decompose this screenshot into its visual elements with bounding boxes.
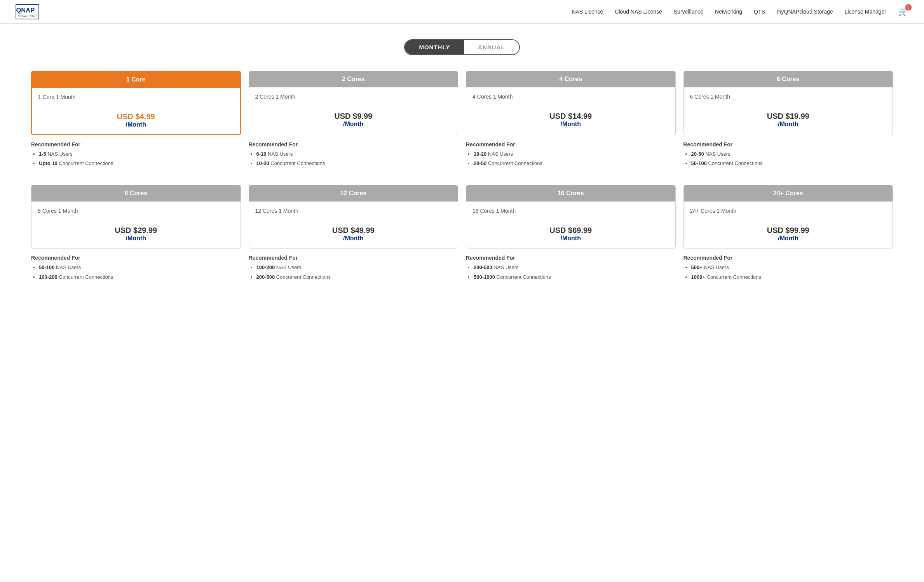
rec-24cores-title: Recommended For [683,255,893,261]
svg-text:Software Store: Software Store [18,14,37,18]
row1-cards-grid: 1 Core 1 Core 1 Month USD $4.99 /Month 2… [31,71,893,135]
rec-24cores-nas-label: 500+ [691,264,703,270]
rec-12cores-conn: 200-500 Concurrent Connections [256,274,459,281]
card-1core[interactable]: 1 Core 1 Core 1 Month USD $4.99 /Month [31,71,241,135]
rec-1core-list: 1-5 NAS Users Upto 10 Concurrent Connect… [31,151,241,167]
rec-8cores-conn-text: Concurrent Connections [58,274,113,280]
card-16cores-body: 16 Cores 1 Month USD $69.99 /Month [466,202,675,248]
logo-svg: QNAP Software Store [16,4,39,19]
card-8cores[interactable]: 8 Cores 8 Cores 1 Month USD $29.99 /Mont… [31,185,241,248]
rec-24cores-nas-text: NAS Users [703,264,729,270]
rec-6cores-nas-text: NAS Users [704,151,730,157]
card-24cores[interactable]: 24+ Cores 24+ Cores 1 Month USD $99.99 /… [683,185,893,248]
toggle-group: MONTHLY ANNUAL [404,39,520,55]
rec-12cores-list: 100-200 NAS Users 200-500 Concurrent Con… [249,264,459,280]
nav-link-license-manager[interactable]: License Manager [845,9,886,15]
nav-link-qts[interactable]: QTS [754,9,765,15]
rec-6cores-title: Recommended For [683,141,893,148]
rec-12cores-conn-label: 200-500 [256,274,275,280]
rec-16cores-list: 200-500 NAS Users 500-1000 Concurrent Co… [466,264,676,280]
card-8cores-month: /Month [38,235,234,242]
navbar: QNAP Software Store NAS License Cloud NA… [0,0,924,24]
card-12cores[interactable]: 12 Cores 12 Cores 1 Month USD $49.99 /Mo… [249,185,459,248]
card-24cores-header: 24+ Cores [684,185,893,202]
card-16cores[interactable]: 16 Cores 16 Cores 1 Month USD $69.99 /Mo… [466,185,676,248]
card-6cores-header: 6 Cores [684,71,893,87]
billing-toggle: MONTHLY ANNUAL [31,39,893,55]
card-4cores[interactable]: 4 Cores 4 Cores 1 Month USD $14.99 /Mont… [466,71,676,135]
card-8cores-price: USD $29.99 [38,226,234,235]
row2-cards-grid: 8 Cores 8 Cores 1 Month USD $29.99 /Mont… [31,185,893,248]
rec-24cores: Recommended For 500+ NAS Users 1000+ Con… [683,255,893,283]
rec-2cores-nas: 6-10 NAS Users [256,151,459,158]
rec-8cores-nas-label: 50-100 [39,264,54,270]
nav-link-cloud-nas[interactable]: Cloud NAS License [615,9,662,15]
nav-link-myqnap[interactable]: myQNAPcloud Storage [777,9,833,15]
rec-2cores-nas-label: 6-10 [256,151,267,157]
rec-12cores: Recommended For 100-200 NAS Users 200-50… [249,255,459,283]
rec-6cores: Recommended For 20-50 NAS Users 50-100 C… [683,141,893,169]
card-24cores-title: 24+ Cores 1 Month [690,208,887,214]
card-16cores-month: /Month [472,235,669,242]
rec-2cores-conn-label: 10-20 [256,160,269,166]
rec-16cores-nas-text: NAS Users [492,264,519,270]
card-16cores-price: USD $69.99 [472,226,669,235]
card-4cores-title: 4 Cores 1 Month [472,94,669,100]
card-2cores-price-wrap: USD $9.99 /Month [255,112,452,128]
rec-6cores-nas-label: 20-50 [691,151,704,157]
card-16cores-price-wrap: USD $69.99 /Month [472,226,669,242]
card-4cores-body: 4 Cores 1 Month USD $14.99 /Month [466,87,675,134]
card-6cores-body: 6 Cores 1 Month USD $19.99 /Month [684,87,893,134]
row2-rec-grid: Recommended For 50-100 NAS Users 100-200… [31,255,893,283]
card-12cores-body: 12 Cores 1 Month USD $49.99 /Month [249,202,458,248]
monthly-toggle[interactable]: MONTHLY [405,40,464,54]
rec-4cores-conn-text: Concurrent Connections [486,160,542,166]
rec-16cores-conn-label: 500-1000 [474,274,495,280]
rec-24cores-list: 500+ NAS Users 1000+ Concurrent Connecti… [683,264,893,280]
rec-24cores-nas: 500+ NAS Users [691,264,893,271]
rec-8cores-nas: 50-100 NAS Users [39,264,241,271]
nav-link-nas-license[interactable]: NAS License [572,9,603,15]
annual-toggle[interactable]: ANNUAL [464,40,519,54]
row1-rec-grid: Recommended For 1-5 NAS Users Upto 10 Co… [31,141,893,169]
card-1core-price-wrap: USD $4.99 /Month [38,112,234,128]
rec-4cores-nas: 10-20 NAS Users [474,151,676,158]
card-6cores-price-wrap: USD $19.99 /Month [690,112,887,128]
rec-6cores-list: 20-50 NAS Users 50-100 Concurrent Connec… [683,151,893,167]
rec-2cores-conn: 10-20 Concurrent Connections [256,160,459,167]
card-4cores-price: USD $14.99 [472,112,669,121]
card-4cores-price-wrap: USD $14.99 /Month [472,112,669,128]
card-2cores-title: 2 Cores 1 Month [255,94,452,100]
card-1core-body: 1 Core 1 Month USD $4.99 /Month [32,88,240,134]
rec-4cores-conn: 20-50 Concurrent Connections [474,160,676,167]
cart-button[interactable]: 🛒 0 [898,7,908,17]
rec-8cores-title: Recommended For [31,255,241,261]
nav-link-surveillance[interactable]: Surveillance [674,9,703,15]
card-1core-header: 1 Core [32,71,240,88]
rec-6cores-conn: 50-100 Concurrent Connections [691,160,893,167]
card-2cores[interactable]: 2 Cores 2 Cores 1 Month USD $9.99 /Month [249,71,459,135]
row2-section: 8 Cores 8 Cores 1 Month USD $29.99 /Mont… [31,185,893,283]
rec-8cores-nas-text: NAS Users [54,264,81,270]
rec-1core: Recommended For 1-5 NAS Users Upto 10 Co… [31,141,241,169]
nav-link-networking[interactable]: Networking [715,9,742,15]
rec-12cores-conn-text: Concurrent Connections [275,274,331,280]
card-24cores-month: /Month [690,235,887,242]
card-16cores-header: 16 Cores [466,185,675,202]
card-12cores-month: /Month [255,235,452,242]
rec-4cores-nas-text: NAS Users [486,151,513,157]
card-24cores-price-wrap: USD $99.99 /Month [690,226,887,242]
rec-6cores-conn-label: 50-100 [691,160,707,166]
main-content: MONTHLY ANNUAL 1 Core 1 Core 1 Month USD… [0,24,924,314]
rec-16cores-conn-text: Concurrent Connections [495,274,551,280]
rec-8cores: Recommended For 50-100 NAS Users 100-200… [31,255,241,283]
card-6cores[interactable]: 6 Cores 6 Cores 1 Month USD $19.99 /Mont… [683,71,893,135]
card-4cores-month: /Month [472,121,669,128]
rec-24cores-conn-label: 1000+ [691,274,706,280]
svg-text:QNAP: QNAP [16,7,35,14]
card-4cores-header: 4 Cores [466,71,675,87]
rec-4cores-title: Recommended For [466,141,676,148]
card-8cores-body: 8 Cores 1 Month USD $29.99 /Month [31,202,241,248]
rec-1core-conn-text: Concurrent Connections [58,160,113,166]
rec-16cores-conn: 500-1000 Concurrent Connections [474,274,676,281]
